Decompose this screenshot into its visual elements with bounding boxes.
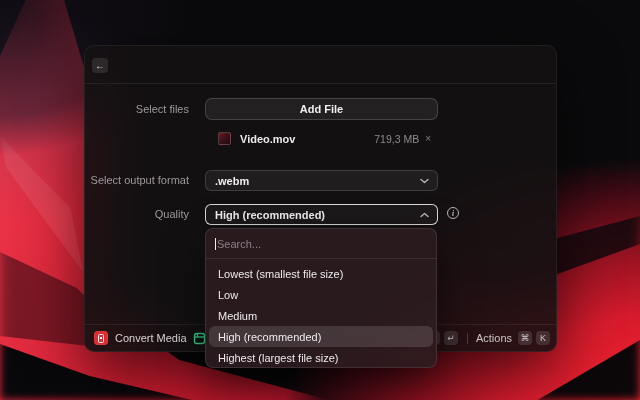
option-highest[interactable]: Highest (largest file size) [209, 347, 433, 368]
dropdown-search-row [206, 229, 436, 259]
info-icon[interactable]: i [447, 207, 459, 219]
back-arrow-icon: ← [95, 60, 105, 71]
quality-select[interactable]: High (recommended) [205, 204, 438, 225]
chevron-down-icon [420, 178, 429, 184]
remove-file-icon[interactable]: × [425, 134, 431, 144]
file-row: Video.mov 719,3 MB × [205, 130, 438, 147]
file-size: 719,3 MB [374, 133, 419, 145]
quality-dropdown-popover: Lowest (smallest file size) Low Medium H… [205, 228, 437, 368]
output-format-label: Select output format [85, 170, 189, 191]
file-name: Video.mov [240, 133, 295, 145]
app-name: Convert Media [115, 332, 187, 344]
cmd-key-badge: ⌘ [518, 331, 532, 345]
add-file-button[interactable]: Add File [205, 98, 438, 120]
dropdown-search-input[interactable] [217, 238, 427, 250]
option-low[interactable]: Low [209, 284, 433, 305]
option-lowest[interactable]: Lowest (smallest file size) [209, 263, 433, 284]
dialog-header: ← [85, 46, 556, 84]
footer-divider [467, 333, 468, 344]
enter-key-badge: ↵ [444, 331, 458, 345]
quality-label: Quality [85, 204, 189, 225]
output-format-select[interactable]: .webm [205, 170, 438, 191]
video-thumbnail-icon [218, 132, 231, 145]
back-button[interactable]: ← [92, 58, 108, 73]
text-cursor [215, 238, 216, 250]
add-file-button-label: Add File [300, 103, 343, 115]
option-medium[interactable]: Medium [209, 305, 433, 326]
quality-value: High (recommended) [215, 209, 420, 221]
convert-media-app-icon [94, 331, 108, 345]
select-files-label: Select files [85, 98, 189, 120]
option-high-selected[interactable]: High (recommended) [209, 326, 433, 347]
k-key-badge: K [536, 331, 550, 345]
video-file-icon [193, 332, 206, 345]
chevron-up-icon [420, 212, 429, 218]
output-format-value: .webm [215, 175, 420, 187]
dropdown-options-list: Lowest (smallest file size) Low Medium H… [206, 259, 436, 368]
actions-button[interactable]: Actions [476, 332, 512, 344]
